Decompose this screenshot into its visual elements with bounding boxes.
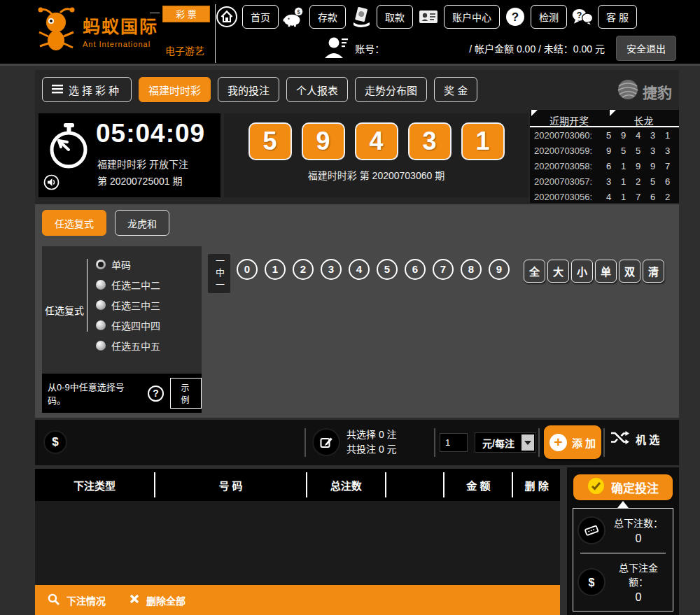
option-renxuan-4[interactable]: 任选四中四 bbox=[96, 318, 202, 332]
row-label-tag: 一中一 bbox=[208, 254, 230, 293]
divider bbox=[150, 13, 160, 13]
total-amount-row: $ 总下注金额： 0 bbox=[573, 560, 673, 604]
col-delete: 删 除 bbox=[513, 478, 560, 493]
divider bbox=[538, 428, 540, 457]
user-icon bbox=[323, 35, 349, 61]
quick-clear-button[interactable]: 清 bbox=[643, 260, 664, 283]
nav-check-button[interactable]: 检测 bbox=[531, 5, 567, 29]
brand-name: 蚂蚁国际 bbox=[83, 13, 158, 38]
option-renxuan-2[interactable]: 任选二中二 bbox=[96, 278, 202, 292]
radio-icon[interactable] bbox=[96, 341, 106, 351]
quick-all-button[interactable]: 全 bbox=[524, 260, 545, 283]
recent-num: 4 bbox=[601, 192, 616, 202]
recent-num: 7 bbox=[631, 192, 645, 202]
divider bbox=[385, 472, 386, 497]
tab-select-lottery[interactable]: 选择彩种 bbox=[42, 77, 132, 102]
speaker-icon[interactable] bbox=[43, 174, 59, 193]
ball-6[interactable]: 6 bbox=[405, 259, 426, 280]
ball-8[interactable]: 8 bbox=[461, 259, 482, 280]
result-caption: 福建时时彩 第 20200703060 期 bbox=[224, 168, 528, 182]
ball-1[interactable]: 1 bbox=[265, 259, 286, 280]
delete-all-button[interactable]: 删除全部 bbox=[130, 593, 186, 607]
option-group-label: 任选复式 bbox=[42, 246, 87, 374]
tab-fujian-ssc[interactable]: 福建时时彩 bbox=[139, 77, 211, 102]
home-icon[interactable] bbox=[216, 6, 238, 28]
recent-num: 7 bbox=[660, 161, 675, 171]
recent-num: 5 bbox=[645, 176, 660, 187]
countdown-status: 福建时时彩 开放下注 bbox=[97, 157, 188, 171]
tab-label: 选择彩种 bbox=[69, 83, 122, 97]
play-tab-longhuhe[interactable]: 龙虎和 bbox=[115, 210, 169, 236]
dollar-icon: $ bbox=[45, 432, 66, 453]
radio-icon[interactable] bbox=[96, 320, 106, 330]
chevron-down-icon[interactable] bbox=[522, 434, 534, 451]
recent-row: 20200703059: 95533 bbox=[530, 143, 679, 158]
option-renxuan-5[interactable]: 任选五中五 bbox=[96, 339, 202, 353]
header: 蚂蚁国际 Ant International 彩 票 电子游艺 首页 $ 存款 … bbox=[0, 0, 700, 66]
total-amount-value: 0 bbox=[610, 591, 667, 604]
nav-deposit-button[interactable]: 存款 bbox=[309, 5, 346, 29]
recent-row: 20200703060: 59431 bbox=[530, 127, 679, 143]
account-label: 账号： bbox=[355, 41, 384, 55]
recent-num: 1 bbox=[660, 130, 675, 141]
bet-table-body bbox=[35, 501, 560, 585]
radio-icon[interactable] bbox=[96, 280, 106, 290]
recent-num: 2 bbox=[631, 176, 645, 187]
col-bet-type: 下注类型 bbox=[35, 478, 154, 493]
question-icon[interactable]: ? bbox=[504, 6, 526, 28]
category-tab-lottery[interactable]: 彩 票 bbox=[162, 6, 210, 22]
ball-9[interactable]: 9 bbox=[489, 259, 510, 280]
brand-logo: 蚂蚁国际 Ant International bbox=[36, 4, 158, 56]
nav-account-center-button[interactable]: 账户中心 bbox=[444, 5, 500, 29]
nav-home-button[interactable]: 首页 bbox=[242, 5, 279, 29]
tab-personal-report[interactable]: 个人报表 bbox=[286, 77, 348, 102]
divider bbox=[603, 428, 605, 457]
nav-support-button[interactable]: 客 服 bbox=[598, 5, 637, 29]
svg-text:$: $ bbox=[589, 576, 595, 588]
category-tab-egames[interactable]: 电子游艺 bbox=[165, 43, 204, 57]
ball-0[interactable]: 0 bbox=[237, 259, 258, 280]
radio-icon[interactable] bbox=[96, 260, 106, 269]
quick-small-button[interactable]: 小 bbox=[571, 260, 593, 283]
tab-trend-chart[interactable]: 走势分布图 bbox=[355, 77, 427, 102]
radio-icon[interactable] bbox=[96, 300, 106, 310]
logout-button[interactable]: 安全退出 bbox=[616, 36, 676, 61]
view-bets-label: 下注情况 bbox=[66, 593, 106, 607]
ball-5[interactable]: 5 bbox=[377, 259, 398, 280]
example-button[interactable]: 示 例 bbox=[170, 378, 202, 409]
nav-withdraw-button[interactable]: 取款 bbox=[377, 5, 413, 29]
svg-text:?: ? bbox=[512, 10, 519, 24]
cash-hand-icon[interactable] bbox=[350, 6, 372, 28]
ball-4[interactable]: 4 bbox=[349, 259, 370, 280]
play-tab-renxuan[interactable]: 任选复式 bbox=[42, 210, 106, 236]
bet-total-text: 共投注 0 元 bbox=[346, 442, 397, 457]
svg-text:$: $ bbox=[297, 8, 300, 15]
result-number-tile: 1 bbox=[461, 122, 505, 160]
random-label: 机 选 bbox=[636, 432, 659, 446]
tab-my-bets[interactable]: 我的投注 bbox=[218, 77, 279, 102]
view-bets-button[interactable]: 下注情况 bbox=[48, 593, 106, 607]
stopwatch-icon bbox=[46, 122, 92, 172]
piggy-bank-icon[interactable]: $ bbox=[283, 6, 305, 28]
help-icon[interactable]: ? bbox=[148, 386, 164, 402]
quick-odd-button[interactable]: 单 bbox=[595, 260, 617, 283]
ball-2[interactable]: 2 bbox=[293, 259, 314, 280]
option-label: 任选四中四 bbox=[111, 318, 160, 332]
tab-prize[interactable]: 奖 金 bbox=[434, 77, 477, 102]
option-danma[interactable]: 单码 bbox=[96, 257, 202, 271]
confirm-bet-button[interactable]: 确定投注 bbox=[573, 474, 673, 500]
amount-input[interactable] bbox=[440, 433, 468, 452]
random-pick-button[interactable]: 机 选 bbox=[610, 430, 659, 447]
result-numbers: 5 9 4 3 1 bbox=[224, 122, 528, 160]
option-label: 任选五中五 bbox=[111, 339, 160, 353]
ball-3[interactable]: 3 bbox=[321, 259, 342, 280]
quick-big-button[interactable]: 大 bbox=[547, 260, 569, 283]
ball-7[interactable]: 7 bbox=[433, 259, 454, 280]
chat-question-icon[interactable]: ? bbox=[571, 6, 594, 28]
add-bet-button[interactable]: + 添 加 bbox=[544, 425, 601, 459]
id-card-icon[interactable] bbox=[417, 6, 440, 28]
option-renxuan-3[interactable]: 任选三中三 bbox=[96, 298, 202, 312]
unit-select[interactable]: 元/每注 bbox=[475, 432, 536, 453]
corner-flag-icon bbox=[610, 110, 616, 116]
quick-even-button[interactable]: 双 bbox=[619, 260, 640, 283]
